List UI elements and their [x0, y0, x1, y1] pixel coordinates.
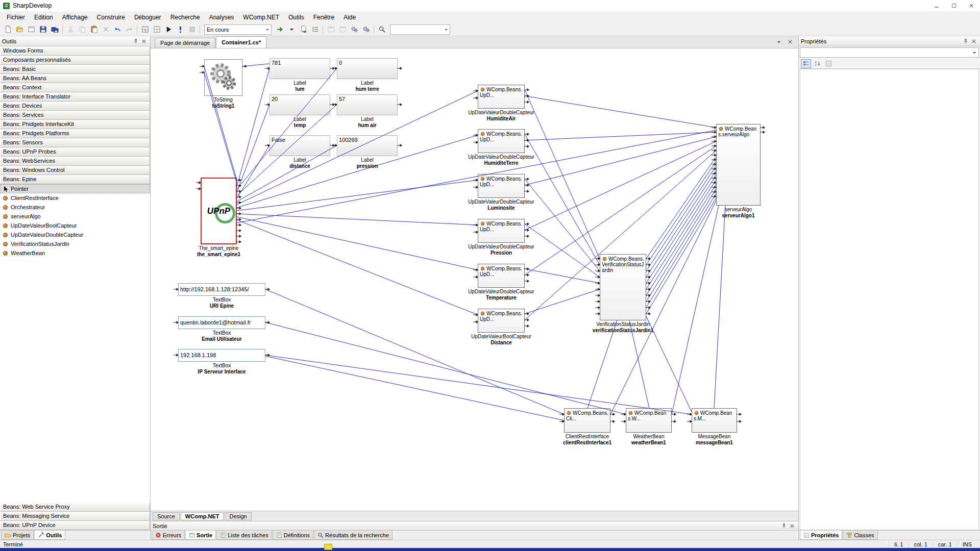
toolbox-category-windows-forms[interactable]: Windows Forms	[0, 46, 150, 56]
close-icon[interactable]	[970, 37, 978, 45]
properties-object-combobox[interactable]	[800, 47, 979, 58]
humiditeair-component[interactable]: WComp.Beans.UpD...	[478, 85, 525, 109]
run-button[interactable]	[163, 24, 174, 35]
gears-button[interactable]	[349, 24, 360, 35]
tab-projets[interactable]: Projets	[1, 531, 34, 540]
maximize-button[interactable]	[945, 0, 963, 11]
toolbar-search-input[interactable]	[390, 24, 450, 35]
deploy-button[interactable]	[274, 24, 285, 35]
menu-fenetre[interactable]: Fenêtre	[309, 12, 339, 22]
toString1-component[interactable]	[204, 59, 242, 96]
hum-air-component[interactable]: 57	[337, 94, 398, 115]
chevron-down-icon[interactable]	[970, 48, 978, 57]
exclaim-button[interactable]	[175, 24, 186, 35]
az-button[interactable]: AZ	[812, 59, 822, 68]
toolbox-category-composants-personnalises[interactable]: Composants personnalisés	[0, 56, 150, 65]
chevron-down-icon[interactable]	[264, 27, 271, 32]
document-tab-container1-cs[interactable]: Container1.cs*	[216, 36, 266, 48]
serveuralgo-component[interactable]: WComp.Beans.serveurAlgo	[716, 124, 761, 206]
saveall-button[interactable]	[49, 24, 60, 35]
toolbox-category-beans-interface-translator[interactable]: Beans: Interface Translator	[0, 92, 150, 102]
chevron-down-icon[interactable]	[443, 27, 450, 32]
email-utilisateur-component[interactable]: quentin.laborde1@hotmail.fr	[178, 316, 265, 329]
menu-aide[interactable]: Aide	[339, 12, 360, 22]
newwin-button[interactable]	[26, 24, 37, 35]
del-button[interactable]	[100, 24, 111, 35]
menu-edition[interactable]: Edition	[30, 12, 58, 22]
toolbox-item-pointer[interactable]: Pointer	[0, 184, 150, 193]
chev-button[interactable]	[286, 24, 297, 35]
save-button[interactable]	[37, 24, 48, 35]
close-icon[interactable]	[140, 37, 148, 45]
view-tab-source[interactable]: Source	[153, 512, 180, 520]
hum-terre-component[interactable]: 0	[337, 58, 398, 79]
toolbox-category-beans-context[interactable]: Beans: Context	[0, 83, 150, 92]
cat-button[interactable]	[801, 59, 811, 68]
docarrow-button[interactable]	[298, 24, 309, 35]
close-icon[interactable]	[786, 38, 794, 46]
winicon-button[interactable]	[337, 24, 348, 35]
uri-epine-component[interactable]: http://192.168.1.128:12345/	[178, 283, 265, 296]
chevron-down-icon[interactable]	[775, 38, 783, 46]
open-button[interactable]	[14, 24, 25, 35]
run-mode-combobox[interactable]: En cours	[204, 24, 272, 35]
toolbox-category-beans-sensors[interactable]: Beans: Sensors	[0, 138, 150, 147]
toolbox-item-weatherbean[interactable]: WeatherBean	[0, 248, 150, 258]
toolbox-category-beans-webservices[interactable]: Beans: WebServices	[0, 157, 150, 166]
grid2-button[interactable]	[151, 24, 162, 35]
output-tab-liste-des-taches[interactable]: Liste des tâches	[216, 531, 272, 540]
search-button[interactable]	[376, 24, 387, 35]
menu-wcomp-net[interactable]: WComp.NET	[238, 12, 284, 22]
clientrestinterface-component[interactable]: WComp.Beans.Cli...	[564, 408, 610, 433]
menu-analyses[interactable]: Analyses	[205, 12, 239, 22]
toolbox-item-verificationstatusjardin[interactable]: VerificationStatusJardin	[0, 239, 150, 248]
new-button[interactable]	[2, 24, 13, 35]
messagebean-component[interactable]: WComp.Beans.M...	[692, 408, 737, 433]
toolbox-category-beans-devices[interactable]: Beans: Devices	[0, 102, 150, 111]
toolbox-item-orchestrateur[interactable]: Orchestrateur	[0, 203, 150, 212]
stop-button[interactable]	[186, 24, 198, 35]
temperature-component[interactable]: WComp.Beans.UpD...	[478, 264, 525, 288]
tab-outils[interactable]: Outils	[34, 531, 65, 540]
list-button[interactable]	[309, 24, 321, 35]
weatherbean-component[interactable]: WComp.Beans.W...	[626, 408, 672, 433]
menu-outils[interactable]: Outils	[284, 12, 309, 22]
menu-construire[interactable]: Construire	[92, 12, 130, 22]
pin-icon[interactable]	[962, 37, 970, 45]
menu-affichage[interactable]: Affichage	[58, 12, 92, 22]
view-tab-wcomp-net[interactable]: WComp.NET	[181, 512, 224, 520]
winicon-button[interactable]	[325, 24, 336, 35]
toolbox-category-beans-upnp-probes[interactable]: Beans: UPnP Probes	[0, 147, 150, 157]
output-tab-erreurs[interactable]: Erreurs	[152, 531, 185, 540]
grid-button[interactable]	[139, 24, 151, 35]
humiditeterre-component[interactable]: WComp.Beans.UpD...	[478, 129, 525, 153]
toolbox-category-beans-phidgets-platforms[interactable]: Beans: Phidgets Platforms	[0, 129, 150, 138]
toolbox-category-beans-aa-beans[interactable]: Beans: AA Beans	[0, 74, 150, 83]
toolbox-item-clientrestinterface[interactable]: ClientRestInterface	[0, 193, 150, 203]
pin-icon[interactable]	[780, 522, 788, 530]
properties-grid[interactable]	[800, 69, 979, 530]
close-icon[interactable]	[788, 522, 796, 530]
copy-button[interactable]	[77, 24, 88, 35]
menu-fichier[interactable]: Fichier	[2, 12, 30, 22]
tab-classes[interactable]: Classes	[843, 531, 877, 540]
toolbox-category-beans-epine[interactable]: Beans: Epine	[0, 175, 150, 184]
output-tab-resultats-de-la-recherche[interactable]: Résultats de la recherche	[314, 531, 393, 540]
gears-button[interactable]	[360, 24, 372, 35]
toolbox-category-beans-windows-control[interactable]: Beans: Windows Control	[0, 166, 150, 175]
toolbox-category-beans-web-service-proxy[interactable]: Beans: Web Service Proxy	[0, 503, 150, 512]
undo-button[interactable]	[112, 24, 123, 35]
pin-icon[interactable]	[132, 37, 140, 45]
the-smart-epine-component[interactable]: UPnP	[201, 178, 237, 244]
toolbox-category-beans-phidgets-interfacekit[interactable]: Beans: Phidgets InterfaceKit	[0, 120, 150, 129]
view-tab-design[interactable]: Design	[225, 512, 251, 520]
verificationstatusjardin-component[interactable]: WComp.Beans.VerificationStatusJardin	[600, 254, 646, 320]
redo-button[interactable]	[124, 24, 135, 35]
pression-label-component[interactable]: 100269	[337, 135, 398, 156]
paste-button[interactable]	[88, 24, 100, 35]
luminosite-component[interactable]: WComp.Beans.UpD...	[478, 174, 525, 198]
lum-component[interactable]: 781	[270, 58, 330, 79]
output-tab-sortie[interactable]: Sortie	[185, 531, 216, 540]
pression-component[interactable]: WComp.Beans.UpD...	[478, 219, 525, 243]
toolbox-category-beans-services[interactable]: Beans: Services	[0, 111, 150, 120]
